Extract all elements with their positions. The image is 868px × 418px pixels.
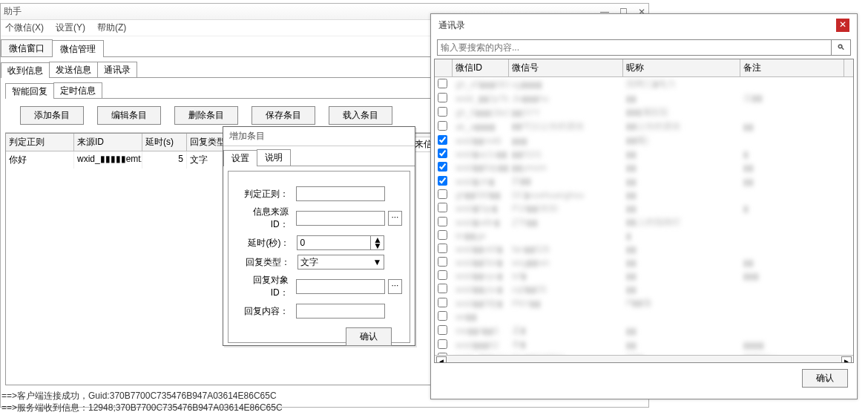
browse-target-button[interactable]: ··· bbox=[388, 279, 402, 294]
scroll-left-icon[interactable]: ◄ bbox=[436, 356, 447, 364]
menu-wechat[interactable]: 个微信(X) bbox=[5, 22, 44, 34]
contact-checkbox[interactable] bbox=[438, 217, 447, 226]
contact-id: wxid▮w8n▮ bbox=[453, 217, 509, 229]
contact-row[interactable]: gh▮▮568▮▮DC▮xuehuanghou▮▮ bbox=[435, 189, 853, 202]
input-content[interactable] bbox=[296, 304, 385, 319]
contact-nick bbox=[623, 316, 740, 318]
contact-checkbox[interactable] bbox=[438, 135, 447, 145]
contact-row[interactable]: wxid▮▮6dp▮▮▮▮ymom▮▮▮▮ bbox=[435, 161, 853, 174]
search-input[interactable] bbox=[437, 39, 832, 56]
contact-row[interactable]: wxid▮zhi▮刘▮▮▮▮▮▮ bbox=[435, 174, 853, 189]
input-source-id[interactable] bbox=[296, 211, 385, 226]
dlg-tab-settings[interactable]: 设置 bbox=[223, 150, 257, 166]
select-reply-type[interactable]: 文字 ▼ bbox=[297, 255, 385, 270]
contact-checkbox[interactable] bbox=[438, 311, 447, 321]
input-regex[interactable] bbox=[296, 186, 385, 201]
tab-sent[interactable]: 发送信息 bbox=[49, 62, 98, 77]
browse-source-button[interactable]: ··· bbox=[388, 211, 402, 226]
contact-checkbox[interactable] bbox=[438, 148, 447, 158]
menu-settings[interactable]: 设置(Y) bbox=[56, 22, 85, 34]
contact-row[interactable]: wxid_▮▮2p7blJia▮▮▮hu▮▮沈▮▮ bbox=[435, 91, 853, 105]
contact-checkbox[interactable] bbox=[438, 339, 447, 349]
contact-checkbox[interactable] bbox=[438, 244, 447, 253]
contact-row[interactable]: wxid▮w8n▮Z76▮▮▮▮上的指路灯 bbox=[435, 215, 853, 229]
contact-row[interactable]: wxid▮az1x▮▮▮▮8101▮▮▮ bbox=[435, 148, 853, 161]
contact-row[interactable]: wxid▮0qx▮P18▮▮0630▮▮▮ bbox=[435, 202, 853, 215]
scroll-right-icon[interactable]: ► bbox=[841, 356, 852, 364]
contact-id: wxid▮▮6dp▮▮ bbox=[453, 162, 509, 174]
search-button[interactable] bbox=[832, 39, 851, 56]
contact-checkbox[interactable] bbox=[438, 107, 447, 117]
contact-checkbox[interactable] bbox=[438, 257, 447, 267]
contact-checkbox[interactable] bbox=[438, 162, 447, 172]
contact-num: wsg▮▮wn bbox=[509, 257, 623, 269]
lbl-delay: 延时(秒)： bbox=[236, 237, 294, 249]
contact-row[interactable]: tm▮▮ge▮ bbox=[435, 229, 853, 243]
contact-row[interactable]: gh_6▮▮▮16e1▮▮SYY▮▮▮属医院 bbox=[435, 105, 853, 120]
contact-row[interactable]: gh_e5▮▮▮0613sg▮▮▮▮国网江▮电力 bbox=[435, 77, 853, 91]
contact-nick: ▮▮ bbox=[623, 189, 740, 201]
contact-note bbox=[740, 303, 844, 304]
input-target-id[interactable] bbox=[296, 279, 385, 294]
tab-received[interactable]: 收到信息 bbox=[1, 62, 50, 78]
contact-checkbox[interactable] bbox=[438, 189, 447, 199]
contact-row[interactable]: wxid▮▮pss▮cq8▮▮55▮▮ bbox=[435, 283, 853, 296]
menu-help[interactable]: 帮助(Z) bbox=[97, 22, 126, 34]
contact-num: sg▮▮▮▮ bbox=[509, 79, 623, 91]
tab-contacts[interactable]: 通讯录 bbox=[97, 62, 137, 77]
contact-checkbox[interactable] bbox=[438, 176, 447, 186]
contact-num: 孟▮ bbox=[509, 324, 623, 338]
tab-manage[interactable]: 微信管理 bbox=[52, 40, 104, 57]
col-delay[interactable]: 延时(s) bbox=[142, 134, 187, 151]
col-note[interactable]: 备注 bbox=[740, 59, 844, 76]
contact-checkbox[interactable] bbox=[438, 79, 447, 88]
contact-row[interactable]: wxid▮▮vk9▮fan▮▮526▮▮ bbox=[435, 243, 853, 256]
contact-checkbox[interactable] bbox=[438, 121, 447, 131]
contact-row[interactable]: ak_a▮▮▮▮▮▮可以让你的朋友▮▮让你的朋友▮▮ bbox=[435, 120, 853, 134]
col-regex[interactable]: 判定正则 bbox=[6, 134, 74, 151]
dlg-tab-help[interactable]: 说明 bbox=[257, 149, 291, 166]
contact-row[interactable]: wxid▮▮xyu▮txf▮▮▮▮▮▮ bbox=[435, 270, 853, 283]
contact-nick: M▮▮ bbox=[623, 353, 740, 355]
contact-id: gh▮▮568▮▮ bbox=[453, 189, 509, 201]
contact-row[interactable]: wxid_▮▮▮n1qMa▮▮040504M▮▮▮▮▮May bbox=[435, 352, 853, 355]
tab-timed[interactable]: 定时信息 bbox=[53, 82, 102, 98]
contact-row[interactable]: wxid▮▮▮62华▮▮▮▮▮▮▮ bbox=[435, 338, 853, 352]
contact-nick: P▮▮猫 bbox=[623, 296, 740, 310]
delete-entry-button[interactable]: 删除条目 bbox=[174, 106, 238, 125]
contact-nick: ▮▮ bbox=[623, 257, 740, 269]
contact-row[interactable]: wxid▮▮5txt▮wsg▮▮wn▮▮▮▮ bbox=[435, 256, 853, 270]
contact-checkbox[interactable] bbox=[438, 353, 447, 355]
contact-num: Ma▮▮040504 bbox=[509, 353, 623, 355]
contact-num: P18▮▮0630 bbox=[509, 203, 623, 215]
contact-checkbox[interactable] bbox=[438, 270, 447, 280]
col-wxid[interactable]: 微信ID bbox=[453, 59, 509, 76]
contact-row[interactable]: we▮▮ bbox=[435, 310, 853, 324]
col-wxnum[interactable]: 微信号 bbox=[509, 59, 623, 76]
col-nick[interactable]: 昵称 bbox=[623, 59, 740, 76]
delay-spinner[interactable]: ▲▼ bbox=[371, 235, 384, 250]
load-entry-button[interactable]: 载入条目 bbox=[329, 106, 392, 125]
contact-checkbox[interactable] bbox=[438, 298, 447, 307]
contact-row[interactable]: wxid▮▮m48▮▮▮▮▮睡) bbox=[435, 134, 853, 148]
add-entry-button[interactable]: 添加条目 bbox=[20, 106, 84, 125]
contacts-confirm-button[interactable]: 确认 bbox=[802, 369, 848, 388]
tab-window[interactable]: 微信窗口 bbox=[1, 39, 53, 56]
contacts-hscroll[interactable]: ◄ ► bbox=[435, 355, 853, 363]
contact-row[interactable]: wxid▮▮5fljt▮PKH▮▮P▮▮猫 bbox=[435, 296, 853, 310]
col-source[interactable]: 来源ID bbox=[74, 134, 142, 151]
dialog-confirm-button[interactable]: 确认 bbox=[346, 327, 392, 346]
log-line: ==>客户端连接成功，Guid:370B7700C735476B947A0361… bbox=[1, 390, 283, 402]
input-delay[interactable] bbox=[297, 235, 371, 250]
edit-entry-button[interactable]: 编辑条目 bbox=[97, 106, 161, 125]
tab-smart-reply[interactable]: 智能回复 bbox=[5, 83, 54, 99]
contact-num: fan▮▮526 bbox=[509, 244, 623, 255]
contact-checkbox[interactable] bbox=[438, 325, 447, 335]
contact-checkbox[interactable] bbox=[438, 203, 447, 212]
contact-row[interactable]: me▮▮4▮▮5孟▮▮▮ bbox=[435, 324, 853, 338]
contacts-close-button[interactable]: ✕ bbox=[836, 19, 849, 32]
contact-checkbox[interactable] bbox=[438, 230, 447, 240]
contact-checkbox[interactable] bbox=[438, 93, 447, 102]
save-entry-button[interactable]: 保存条目 bbox=[251, 106, 315, 125]
contact-checkbox[interactable] bbox=[438, 284, 447, 293]
